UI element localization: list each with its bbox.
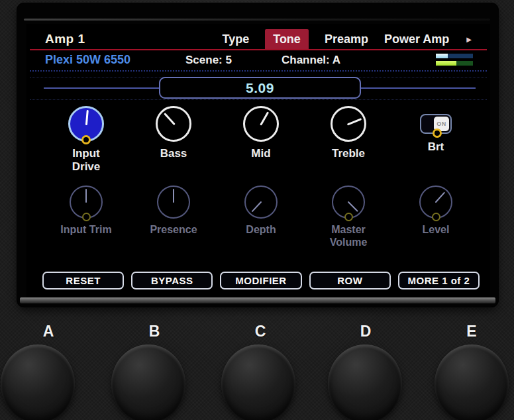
knob-label: Bass — [146, 147, 201, 160]
bezel-top-highlight — [24, 19, 490, 21]
value-connector-right — [361, 87, 476, 89]
hw-knob-label-b: B — [146, 323, 163, 341]
knob-pointer — [164, 113, 176, 125]
soft-button-row: RESET BYPASS MODIFIER ROW MORE 1 of 2 — [42, 272, 480, 289]
knob-label: Input Trim — [60, 224, 112, 236]
param-mid: Mid — [217, 106, 305, 174]
param-depth: Depth — [217, 185, 305, 249]
modifier-indicator-icon — [433, 129, 442, 138]
level-meters — [436, 54, 473, 66]
page-title: Amp 1 — [45, 32, 85, 46]
modifier-indicator-icon — [432, 213, 440, 221]
header-divider — [30, 49, 487, 50]
parameter-value-box: 5.09 — [159, 77, 361, 99]
param-brt: ON Brt — [392, 106, 480, 174]
tab-type[interactable]: Type — [223, 29, 250, 49]
meter-bar-bottom — [436, 61, 473, 66]
meter-bar-top — [436, 54, 473, 58]
hw-knob-label-e: E — [463, 323, 480, 341]
bypass-button[interactable]: BYPASS — [131, 272, 213, 289]
param-bass: Bass — [130, 106, 217, 174]
mid-knob[interactable] — [243, 106, 279, 142]
knob-label: Input Drive — [58, 147, 114, 174]
more-tabs-arrow-icon[interactable]: ▶ — [466, 36, 472, 43]
knob-pointer — [260, 111, 269, 125]
hw-knob-c[interactable] — [221, 344, 295, 420]
knob-pointer — [85, 110, 88, 125]
modifier-indicator-icon — [82, 213, 91, 221]
param-presence: Presence — [130, 185, 217, 249]
treble-knob[interactable] — [331, 106, 366, 142]
tab-preamp[interactable]: Preamp — [325, 29, 368, 49]
reset-button[interactable]: RESET — [42, 272, 124, 289]
knob-label: Presence — [148, 224, 199, 236]
hw-knob-d[interactable] — [328, 344, 402, 420]
presence-knob[interactable] — [157, 185, 190, 219]
modifier-indicator-icon — [81, 135, 91, 144]
preset-name[interactable]: Plexi 50W 6550 — [45, 53, 130, 67]
param-treble: Treble — [305, 106, 392, 174]
info-bar: Plexi 50W 6550 Scene: 5 Channel: A — [26, 51, 490, 70]
modifier-indicator-icon — [344, 213, 353, 221]
hw-knob-label-a: A — [40, 323, 57, 341]
tab-tone[interactable]: Tone — [265, 29, 309, 49]
value-connector-left — [44, 87, 159, 89]
input-trim-knob[interactable] — [70, 185, 103, 219]
tab-bar: Type Tone Preamp Power Amp ▶ — [223, 29, 472, 49]
parameter-value: 5.09 — [246, 80, 274, 96]
hw-knob-label-c: C — [252, 323, 269, 341]
channel-indicator: Channel: A — [282, 54, 340, 67]
depth-knob[interactable] — [244, 185, 278, 219]
level-knob[interactable] — [419, 185, 452, 219]
device-front-panel: Amp 1 Type Tone Preamp Power Amp ▶ Plexi… — [0, 0, 514, 420]
knob-label: Level — [410, 224, 462, 236]
value-row-bottom-edge — [30, 99, 487, 100]
param-input-drive: Input Drive — [42, 106, 130, 174]
knob-label: Depth — [235, 224, 287, 236]
param-input-trim: Input Trim — [42, 185, 130, 249]
bass-knob[interactable] — [156, 106, 191, 142]
knob-pointer — [85, 189, 87, 203]
knob-label: Master Volume — [323, 224, 374, 249]
param-level: Level — [392, 185, 480, 249]
hw-knob-e[interactable] — [435, 344, 509, 420]
knob-row-1: Input Drive Bass Mid Treble — [42, 106, 480, 174]
row-button[interactable]: ROW — [309, 272, 391, 289]
knob-pointer — [252, 201, 262, 213]
param-master-volume: Master Volume — [305, 185, 392, 249]
tab-power-amp[interactable]: Power Amp — [384, 29, 449, 49]
switch-label: Brt — [428, 140, 444, 154]
knob-label: Mid — [233, 147, 289, 160]
lcd-screen: Amp 1 Type Tone Preamp Power Amp ▶ Plexi… — [26, 24, 490, 297]
bezel-bottom-highlight — [20, 297, 495, 303]
more-button[interactable]: MORE 1 of 2 — [398, 272, 480, 289]
knob-pointer — [348, 201, 358, 212]
input-drive-knob[interactable] — [68, 106, 104, 142]
knob-pointer — [347, 118, 362, 125]
brt-toggle-switch[interactable]: ON — [420, 114, 452, 134]
knob-label: Treble — [321, 147, 376, 160]
hw-knob-b[interactable] — [111, 344, 185, 420]
master-volume-knob[interactable] — [332, 185, 365, 219]
scene-indicator: Scene: 5 — [185, 54, 232, 67]
hw-knob-a[interactable] — [1, 344, 75, 420]
hw-knob-label-d: D — [357, 323, 374, 341]
knob-pointer — [173, 189, 174, 203]
info-divider — [30, 70, 487, 72]
modifier-button[interactable]: MODIFIER — [220, 272, 301, 289]
knob-row-2: Input Trim Presence Depth Master Vol — [42, 185, 480, 249]
knob-pointer — [435, 191, 446, 203]
header-bar: Amp 1 Type Tone Preamp Power Amp ▶ — [26, 29, 490, 49]
